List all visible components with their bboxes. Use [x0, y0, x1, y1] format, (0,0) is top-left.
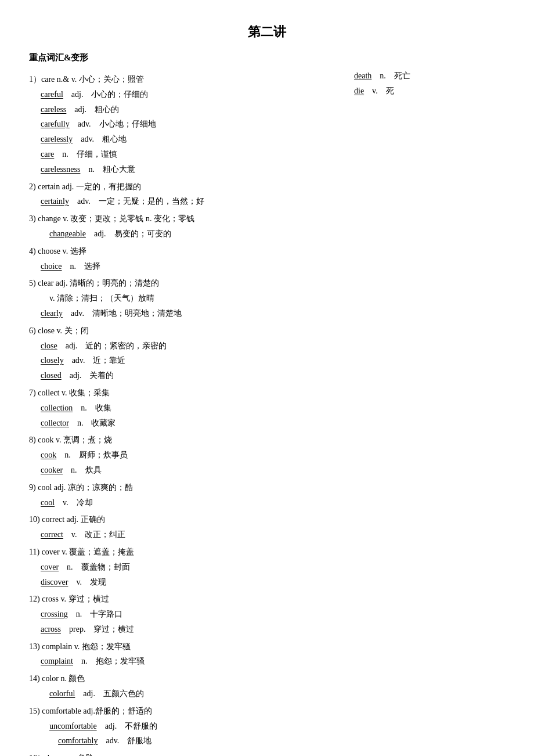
- entry-9: 3) change v. 改变；更改；兑零钱 n. 变化；零钱: [29, 212, 354, 226]
- entry-3: carefully adv. 小心地；仔细地: [41, 117, 354, 131]
- entry-22: collector n. 收藏家: [41, 416, 354, 430]
- entry-20: 7) collect v. 收集；采集: [29, 386, 354, 400]
- entry-33: 12) cross v. 穿过；横过: [29, 592, 354, 606]
- entry-25: cooker n. 炊具: [41, 463, 354, 477]
- entry-13: 5) clear adj. 清晰的；明亮的；清楚的: [29, 276, 354, 290]
- entry-18: closely adv. 近；靠近: [41, 354, 354, 368]
- entry-37: complaint n. 抱怨；发牢骚: [41, 654, 354, 668]
- entry-11: 4) choose v. 选择: [29, 244, 354, 258]
- entry-36: 13) complain v. 抱怨；发牢骚: [29, 640, 354, 654]
- entry-32: discover v. 发现: [41, 575, 354, 589]
- entry-15: clearly adv. 清晰地；明亮地；清楚地: [41, 307, 354, 321]
- entry-10: changeable adj. 易变的；可变的: [49, 227, 354, 241]
- section-title: 重点词汇&变形: [29, 52, 505, 63]
- entry-34: crossing n. 十字路口: [41, 607, 354, 621]
- entry-8: certainly adv. 一定；无疑；是的，当然；好: [41, 195, 354, 208]
- entry-28: 10) correct adj. 正确的: [29, 513, 354, 527]
- entry-2: careless adj. 粗心的: [41, 103, 354, 117]
- entry-4: carelessly adv. 粗心地: [41, 132, 354, 146]
- left-column: 1）care n.& v. 小心；关心；照管careful adj. 小心的；仔…: [29, 69, 354, 756]
- right-entry-1: die v. 死: [354, 84, 505, 98]
- entry-14: v. 清除；清扫；（天气）放晴: [49, 291, 354, 305]
- right-column: death n. 死亡die v. 死: [354, 69, 505, 756]
- entry-31: cover n. 覆盖物；封面: [41, 560, 354, 574]
- right-entry-0: death n. 死亡: [354, 69, 505, 83]
- entry-1: careful adj. 小心的；仔细的: [41, 88, 354, 102]
- entry-17: close adj. 近的；紧密的，亲密的: [41, 339, 354, 353]
- entry-6: carelessness n. 粗心大意: [41, 163, 354, 177]
- entry-21: collection n. 收集: [41, 401, 354, 415]
- entry-24: cook n. 厨师；炊事员: [41, 448, 354, 462]
- entry-42: comfortably adv. 舒服地: [58, 734, 354, 748]
- entry-23: 8) cook v. 烹调；煮；烧: [29, 433, 354, 447]
- entry-12: choice n. 选择: [41, 260, 354, 273]
- entry-7: 2) certain adj. 一定的，有把握的: [29, 180, 354, 194]
- entry-40: 15) comfortable adj.舒服的；舒适的: [29, 704, 354, 718]
- entry-35: across prep. 穿过；横过: [41, 622, 354, 636]
- page-title: 第二讲: [29, 23, 505, 41]
- entry-30: 11) cover v. 覆盖；遮盖；掩盖: [29, 545, 354, 559]
- entry-41: uncomfortable adj. 不舒服的: [49, 719, 354, 733]
- entry-29: correct v. 改正；纠正: [41, 528, 354, 542]
- entry-0: 1）care n.& v. 小心；关心；照管: [29, 73, 354, 87]
- entry-39: colorful adj. 五颜六色的: [49, 687, 354, 701]
- entry-26: 9) cool adj. 凉的；凉爽的；酷: [29, 481, 354, 495]
- entry-19: closed adj. 关着的: [41, 369, 354, 383]
- entry-27: cool v. 冷却: [41, 496, 354, 510]
- entry-16: 6) close v. 关；闭: [29, 324, 354, 338]
- entry-5: care n. 仔细，谨慎: [41, 147, 354, 161]
- entry-43: 16）danger n. 危险: [29, 751, 354, 756]
- entry-38: 14) color n. 颜色: [29, 672, 354, 686]
